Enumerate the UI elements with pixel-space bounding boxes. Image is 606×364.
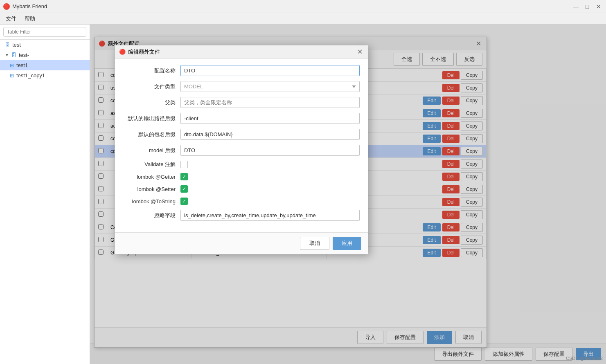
form-row-parent-class: 父类 [123, 97, 360, 108]
model-suffix-label: model 后缀 [123, 147, 180, 154]
getter-checkbox[interactable]: ✓ [180, 173, 188, 180]
output-suffix-label: 默认的输出路径后缀 [123, 115, 180, 122]
edit-dialog-footer: 取消 应用 [115, 232, 368, 254]
ignore-fields-label: 忽略字段 [123, 212, 180, 219]
app-icon: 🔴 [3, 3, 10, 10]
form-row-output-suffix: 默认的输出路径后缀 [123, 113, 360, 124]
main-window: 🔴 Mybatis Friend — □ ✕ 文件 帮助 🗄 test ▼ [0, 0, 606, 364]
table-icon-2: ⊞ [10, 73, 14, 79]
table-icon: ⊞ [10, 63, 14, 68]
sidebar-item-test[interactable]: 🗄 test [0, 40, 90, 50]
sidebar-item-label: test [12, 42, 21, 48]
validate-checkbox[interactable] [180, 161, 188, 168]
edit-dialog-header: 🔴 编辑额外文件 ✕ [115, 45, 368, 58]
form-row-getter: lombok @Getter ✓ [123, 173, 360, 180]
edit-dialog: 🔴 编辑额外文件 ✕ 配置名称 文件类型 MODEL [115, 45, 368, 254]
edit-dialog-title: 编辑额外文件 [128, 48, 160, 56]
edit-dialog-header-left: 🔴 编辑额外文件 [119, 48, 160, 56]
minimize-button[interactable]: — [572, 2, 580, 11]
expand-icon: ▼ [5, 53, 9, 57]
tostring-checkbox[interactable]: ✓ [180, 198, 188, 205]
form-row-setter: lombok @Setter ✓ [123, 185, 360, 193]
db-icon-2: 🗄 [11, 52, 16, 58]
output-suffix-input[interactable] [180, 113, 360, 124]
sidebar: 🗄 test ▼ 🗄 test- ⊞ test1 ⊞ test1_copy1 [0, 25, 90, 364]
file-type-select[interactable]: MODEL CUSTOM_TEMPLATE [180, 81, 360, 92]
ignore-fields-input[interactable] [180, 210, 360, 221]
config-name-input[interactable] [180, 65, 360, 76]
form-row-ignore-fields: 忽略字段 [123, 210, 360, 221]
menu-bar: 文件 帮助 [0, 13, 606, 25]
menu-item-file[interactable]: 文件 [2, 13, 20, 24]
table-filter-input[interactable] [3, 27, 86, 37]
parent-class-input[interactable] [180, 97, 360, 108]
edit-dialog-close[interactable]: ✕ [356, 48, 364, 56]
title-bar-controls: — □ ✕ [572, 2, 603, 11]
sidebar-item-label-4: test1_copy1 [16, 72, 45, 79]
edit-apply-btn[interactable]: 应用 [333, 237, 361, 250]
file-type-label: 文件类型 [123, 83, 180, 90]
form-row-tostring: lombok @ToString ✓ [123, 198, 360, 205]
sidebar-item-test1copy1[interactable]: ⊞ test1_copy1 [0, 70, 90, 81]
edit-dialog-icon: 🔴 [119, 49, 126, 55]
form-row-file-type: 文件类型 MODEL CUSTOM_TEMPLATE [123, 81, 360, 92]
form-row-validate: Validate 注解 [123, 161, 360, 168]
package-suffix-input[interactable] [180, 129, 360, 140]
setter-label: lombok @Setter [123, 186, 180, 192]
maximize-button[interactable]: □ [583, 2, 591, 11]
setter-checkbox[interactable]: ✓ [180, 185, 188, 193]
sidebar-item-label-3: test1 [16, 62, 28, 68]
close-button[interactable]: ✕ [595, 2, 603, 11]
tostring-label: lombok @ToString [123, 198, 180, 204]
edit-cancel-btn[interactable]: 取消 [300, 237, 329, 250]
edit-dialog-content: 配置名称 文件类型 MODEL CUSTOM_TEMPLATE 父类 [115, 58, 368, 232]
app-title: Mybatis Friend [12, 3, 47, 9]
form-row-model-suffix: model 后缀 [123, 145, 360, 156]
menu-item-help[interactable]: 帮助 [20, 13, 39, 24]
title-bar-left: 🔴 Mybatis Friend [3, 3, 47, 10]
package-suffix-label: 默认的包名后缀 [123, 131, 180, 138]
model-suffix-input[interactable] [180, 145, 360, 156]
form-row-package-suffix: 默认的包名后缀 [123, 129, 360, 140]
db-icon: 🗄 [5, 42, 10, 48]
sidebar-item-label-2: test- [19, 52, 29, 58]
sidebar-item-test1[interactable]: ⊞ test1 [0, 60, 90, 70]
search-box [0, 25, 90, 40]
sidebar-item-test-minus[interactable]: ▼ 🗄 test- [0, 50, 90, 60]
content-area: 🗄 test ▼ 🗄 test- ⊞ test1 ⊞ test1_copy1 [0, 25, 606, 364]
parent-class-label: 父类 [123, 99, 180, 106]
validate-label: Validate 注解 [123, 161, 180, 168]
config-name-label: 配置名称 [123, 67, 180, 74]
main-content: 🔴 额外文件配置 ✕ 全选 全不选 反选 [90, 25, 606, 364]
title-bar: 🔴 Mybatis Friend — □ ✕ [0, 0, 606, 13]
form-row-config-name: 配置名称 [123, 65, 360, 76]
getter-label: lombok @Getter [123, 174, 180, 180]
